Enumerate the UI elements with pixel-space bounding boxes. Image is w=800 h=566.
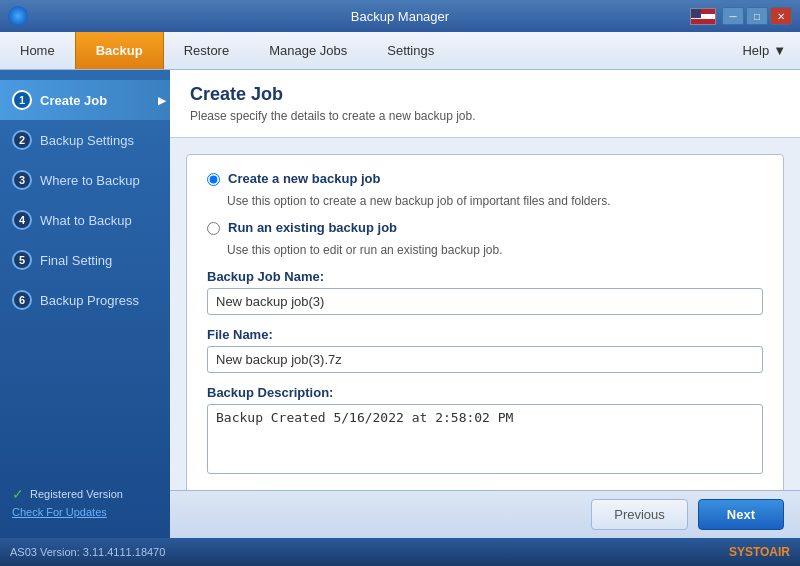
backup-desc-group: Backup Description: Backup Created 5/16/… [207, 385, 763, 477]
help-dropdown-icon: ▼ [773, 43, 786, 58]
job-name-input[interactable] [207, 288, 763, 315]
page-title: Create Job [190, 84, 780, 105]
radio-group-new: Create a new backup job Use this option … [207, 171, 763, 208]
radio-group-existing: Run an existing backup job Use this opti… [207, 220, 763, 257]
menu-restore[interactable]: Restore [164, 32, 250, 69]
window-controls[interactable]: ─ □ ✕ [722, 7, 792, 25]
radio-create-new[interactable] [207, 173, 220, 186]
content-area: Create Job Please specify the details to… [170, 70, 800, 538]
app-icon [8, 6, 28, 26]
sidebar-item-label-backup-progress: Backup Progress [40, 293, 139, 308]
sidebar-item-final-setting[interactable]: 5 Final Setting [0, 240, 170, 280]
menu-settings[interactable]: Settings [367, 32, 454, 69]
maximize-button[interactable]: □ [746, 7, 768, 25]
next-button[interactable]: Next [698, 499, 784, 530]
sidebar-item-backup-progress[interactable]: 6 Backup Progress [0, 280, 170, 320]
radio-run-existing[interactable] [207, 222, 220, 235]
menu-bar: Home Backup Restore Manage Jobs Settings… [0, 32, 800, 70]
form-panel: Create a new backup job Use this option … [186, 154, 784, 490]
footer: Previous Next [170, 490, 800, 538]
sidebar-item-label-what-to-backup: What to Backup [40, 213, 132, 228]
help-button[interactable]: Help ▼ [728, 37, 800, 64]
sidebar-item-label-create-job: Create Job [40, 93, 107, 108]
content-header: Create Job Please specify the details to… [170, 70, 800, 138]
step-4-number: 4 [12, 210, 32, 230]
close-button[interactable]: ✕ [770, 7, 792, 25]
check-updates-link[interactable]: Check For Updates [12, 506, 158, 518]
job-name-group: Backup Job Name: [207, 269, 763, 315]
status-bar: AS03 Version: 3.11.4111.18470 SYSTOAIR [0, 538, 800, 566]
title-text: Backup Manager [0, 9, 800, 24]
minimize-button[interactable]: ─ [722, 7, 744, 25]
brand-logo: SYSTOAIR [729, 545, 790, 559]
backup-desc-textarea[interactable]: Backup Created 5/16/2022 at 2:58:02 PM [207, 404, 763, 474]
file-name-group: File Name: [207, 327, 763, 373]
backup-desc-label: Backup Description: [207, 385, 763, 400]
menu-home[interactable]: Home [0, 32, 75, 69]
radio-option-new: Create a new backup job [207, 171, 763, 186]
sidebar-item-where-to-backup[interactable]: 3 Where to Backup [0, 160, 170, 200]
file-name-input[interactable] [207, 346, 763, 373]
radio-existing-desc: Use this option to edit or run an existi… [227, 243, 763, 257]
sidebar-item-label-final-setting: Final Setting [40, 253, 112, 268]
registered-label: Registered Version [30, 488, 123, 500]
sidebar-item-create-job[interactable]: 1 Create Job [0, 80, 170, 120]
radio-option-existing: Run an existing backup job [207, 220, 763, 235]
flag-icon [690, 8, 716, 25]
sidebar-item-backup-settings[interactable]: 2 Backup Settings [0, 120, 170, 160]
sidebar: 1 Create Job 2 Backup Settings 3 Where t… [0, 70, 170, 538]
registered-version: ✓ Registered Version [12, 486, 158, 502]
step-6-number: 6 [12, 290, 32, 310]
radio-existing-label[interactable]: Run an existing backup job [228, 220, 397, 235]
radio-new-desc: Use this option to create a new backup j… [227, 194, 763, 208]
sidebar-item-label-where-to-backup: Where to Backup [40, 173, 140, 188]
job-name-label: Backup Job Name: [207, 269, 763, 284]
menu-backup[interactable]: Backup [75, 32, 164, 69]
version-text: AS03 Version: 3.11.4111.18470 [10, 546, 165, 558]
step-1-number: 1 [12, 90, 32, 110]
main-layout: 1 Create Job 2 Backup Settings 3 Where t… [0, 70, 800, 538]
step-5-number: 5 [12, 250, 32, 270]
radio-new-label[interactable]: Create a new backup job [228, 171, 380, 186]
title-bar: Backup Manager ─ □ ✕ [0, 0, 800, 32]
step-3-number: 3 [12, 170, 32, 190]
sidebar-item-what-to-backup[interactable]: 4 What to Backup [0, 200, 170, 240]
content-body: Create a new backup job Use this option … [170, 138, 800, 490]
menu-manage-jobs[interactable]: Manage Jobs [249, 32, 367, 69]
check-icon: ✓ [12, 486, 24, 502]
sidebar-item-label-backup-settings: Backup Settings [40, 133, 134, 148]
title-left [8, 6, 28, 26]
file-name-label: File Name: [207, 327, 763, 342]
step-2-number: 2 [12, 130, 32, 150]
page-subtitle: Please specify the details to create a n… [190, 109, 780, 123]
sidebar-bottom: ✓ Registered Version Check For Updates [0, 476, 170, 528]
previous-button[interactable]: Previous [591, 499, 688, 530]
